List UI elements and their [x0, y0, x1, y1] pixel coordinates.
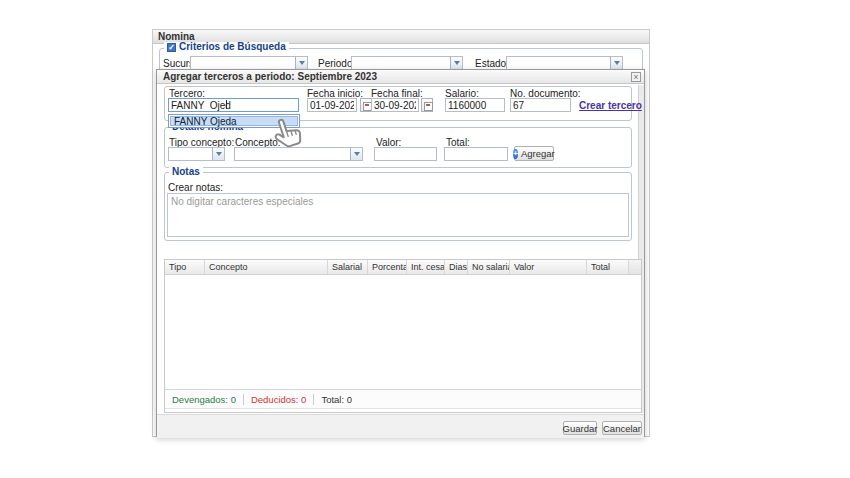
chevron-down-icon — [354, 152, 360, 156]
cancelar-button-label: Cancelar — [603, 423, 641, 434]
tercero-suggestion-item[interactable]: FANNY Ojeda — [170, 116, 298, 126]
documento-input[interactable] — [510, 98, 571, 112]
sucursal-combo-input[interactable] — [190, 56, 296, 70]
modal-title: Agregar terceros a periodo: Septiembre 2… — [157, 70, 644, 84]
conceptos-grid: TipoConceptoSalarialPorcentajeInt. cesan… — [164, 259, 642, 413]
search-criteria-legend-label: Criterios de Búsqueda — [179, 42, 286, 52]
add-plus-icon: + — [513, 149, 518, 159]
tipo-concepto-combo-trigger[interactable] — [212, 147, 225, 161]
grid-statusbar: Devengados: 0 Deducidos: 0 Total: 0 — [165, 389, 641, 409]
concepto-combo-input[interactable] — [234, 147, 351, 161]
grid-column-header[interactable]: Salarial — [328, 260, 368, 274]
text-caret — [226, 100, 227, 109]
search-criteria-checkbox[interactable]: ✓ — [167, 43, 176, 52]
notas-legend: Notas — [169, 167, 203, 177]
periodos-combo-trigger[interactable] — [450, 56, 463, 70]
devengados-status: Devengados: 0 — [165, 394, 243, 405]
grid-column-header[interactable]: Dias — [445, 260, 468, 274]
grid-header: TipoConceptoSalarialPorcentajeInt. cesan… — [165, 260, 641, 275]
fecha-final-calendar-button[interactable] — [421, 98, 433, 112]
cancelar-button[interactable]: Cancelar — [602, 421, 642, 435]
estado-label: Estado: — [475, 59, 509, 69]
fecha-final-input[interactable] — [371, 98, 419, 112]
tercero-suggestion-dropdown: FANNY Ojeda — [168, 114, 300, 128]
fecha-inicio-input[interactable] — [307, 98, 357, 112]
grid-column-header[interactable]: Tipo — [165, 260, 205, 274]
calendar-icon — [424, 102, 433, 111]
grid-column-header[interactable]: Porcentaje — [368, 260, 407, 274]
tercero-input-wrap — [168, 98, 299, 112]
estado-combo-input[interactable] — [506, 56, 611, 70]
estado-combo-trigger[interactable] — [610, 56, 623, 70]
guardar-button-label: Guardar — [563, 423, 598, 434]
search-criteria-legend: ✓ Criterios de Búsqueda — [164, 42, 289, 52]
grid-column-header[interactable]: Int. cesanti... — [407, 260, 445, 274]
agregar-button-label: Agregar — [521, 148, 555, 159]
grid-column-header[interactable]: Valor — [510, 260, 587, 274]
chevron-down-icon — [299, 61, 305, 65]
grid-column-header[interactable]: Total — [587, 260, 629, 274]
grid-header-filler — [629, 260, 641, 274]
crear-tercero-link[interactable]: Crear tercero — [579, 100, 642, 111]
chevron-down-icon — [216, 152, 222, 156]
grid-column-header[interactable]: Concepto — [205, 260, 328, 274]
add-tercero-modal: Agregar terceros a periodo: Septiembre 2… — [156, 69, 645, 437]
chevron-down-icon — [454, 61, 460, 65]
concepto-combo-trigger[interactable] — [350, 147, 363, 161]
crear-notas-label: Crear notas: — [168, 183, 223, 193]
salario-input[interactable] — [445, 98, 505, 112]
tipo-concepto-combo-input[interactable] — [168, 147, 213, 161]
deducidos-status: Deducidos: 0 — [243, 394, 313, 405]
valor-input[interactable] — [374, 147, 437, 161]
notas-textarea[interactable] — [167, 193, 629, 237]
guardar-button[interactable]: Guardar — [563, 421, 597, 435]
sucursal-combo-trigger[interactable] — [295, 56, 308, 70]
agregar-button[interactable]: + Agregar — [514, 146, 554, 161]
tercero-input[interactable] — [168, 98, 299, 112]
close-icon[interactable]: × — [631, 72, 641, 82]
chevron-down-icon — [614, 61, 620, 65]
grid-column-header[interactable]: No salarial — [468, 260, 510, 274]
total-input[interactable] — [444, 147, 508, 161]
total-status: Total: 0 — [313, 394, 359, 405]
periodos-combo-input[interactable] — [351, 56, 451, 70]
